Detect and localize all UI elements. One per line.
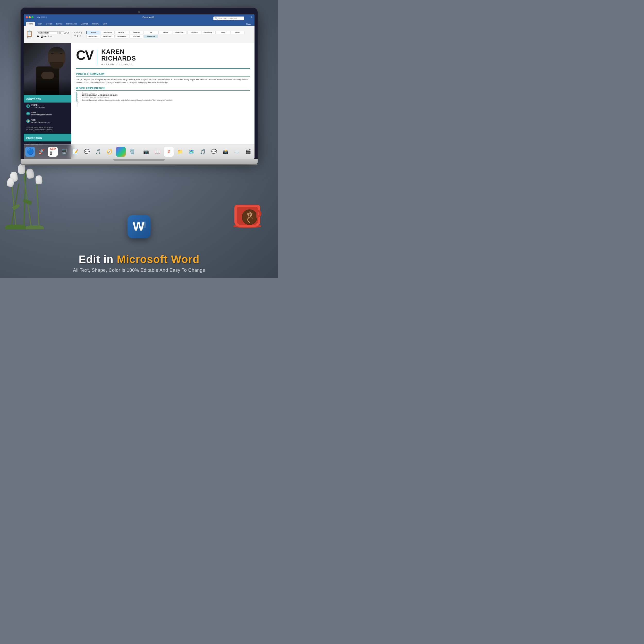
numbering-button[interactable]: ⒈ — [77, 35, 79, 38]
tab-review[interactable]: Review — [90, 22, 101, 26]
web-icon: 🏠 — [26, 119, 30, 123]
contacts-header: CONTACTS — [24, 95, 71, 103]
cv-address: 1234 Full Street Name, WashingtonDc -645… — [24, 125, 71, 134]
style-subtle-emph[interactable]: Subtle Emph... — [173, 31, 187, 34]
company-name: Company Name — [82, 92, 250, 94]
dock-photos[interactable]: 📸 — [221, 147, 230, 157]
tab-insert[interactable]: Insert — [35, 22, 44, 26]
ribbon-tabs: Home Insert Design Layout References Mai… — [24, 20, 255, 26]
style-heading1[interactable]: Heading 1 — [115, 31, 129, 34]
job-address: street and state address with country. — [82, 96, 250, 98]
line-spacing-button[interactable]: ↕ — [81, 32, 82, 34]
bottom-section: Edit in Microsoft Word All Text, Shape, … — [0, 253, 278, 273]
tab-view[interactable]: View — [101, 22, 109, 26]
dock-maps[interactable]: 🗺️ — [187, 147, 196, 157]
dock-launchpad[interactable]: 🚀 — [37, 147, 46, 157]
style-quote[interactable]: Quote — [231, 31, 244, 34]
dock-icloud[interactable]: ☁️ — [232, 147, 242, 157]
cv-left-column: CONTACTS 📱 PHONE : +123 4567 8953 ✉ EMAI… — [24, 43, 71, 159]
email-icon: ✉ — [26, 112, 30, 115]
mac-dock: 🔵 🚀 SEP9 🖥️ 📝 💬 🎵 🧭 🗑️ 📷 📖 2 — [24, 144, 255, 159]
dock-finder[interactable]: 🔵 — [25, 147, 35, 157]
justify-button[interactable]: ≡ — [79, 32, 80, 34]
work-item: January 2019 - Current Company Name ART … — [76, 92, 250, 101]
minimize-button[interactable] — [29, 16, 31, 18]
phone-text: PHONE : +123 4567 8953 — [31, 104, 45, 109]
tab-mailings[interactable]: Mailings — [79, 22, 90, 26]
shrink-font-button[interactable]: A- — [67, 32, 70, 34]
style-strong[interactable]: Strong — [216, 31, 230, 34]
dock-messages2[interactable]: 💬 — [209, 147, 219, 157]
svg-rect-3 — [141, 222, 146, 228]
laptop-screen-outer: ◀ ▶ ⊟ ⊞ ✕ Document1 🔍 Search in Document… — [21, 8, 258, 159]
tab-home[interactable]: Home — [26, 22, 35, 26]
cv-header: CV KARENRICHARDS GRAPHIC DESIGNER — [76, 48, 250, 69]
style-title[interactable]: Title — [144, 31, 158, 34]
dock-notes[interactable]: 📝 — [71, 147, 80, 157]
style-heading2[interactable]: Heading 2 — [130, 31, 143, 34]
dock-video[interactable]: 🎬 — [243, 147, 253, 157]
share-button[interactable]: Share — [244, 22, 252, 26]
paste-icon: 📋 — [26, 30, 33, 37]
dock-monitor[interactable]: 🖥️ — [59, 147, 69, 157]
word-icon[interactable]: W — [128, 215, 151, 238]
job-description: Successfully manage and coordinate graph… — [82, 99, 250, 101]
search-bar[interactable]: 🔍 Search in Document — [213, 16, 244, 20]
email-text: EMAIL : yourlmailid@domain.com — [31, 111, 52, 116]
dock-calendar2[interactable]: 2 — [164, 147, 174, 157]
style-intense-ref[interactable]: Intense Refer... — [115, 35, 129, 38]
bullets-button[interactable]: ≔ — [74, 35, 76, 38]
style-subtle-ref[interactable]: Subtle Refer... — [101, 35, 115, 38]
subscript-button[interactable]: X₂ — [47, 35, 49, 37]
style-book-title[interactable]: Book Title — [130, 35, 143, 38]
dock-photo[interactable]: 📷 — [141, 147, 151, 157]
dock-files[interactable]: 📁 — [175, 147, 185, 157]
cv-job-title-header: GRAPHIC DESIGNER — [101, 63, 136, 66]
style-intense-emph[interactable]: Intense Emp... — [202, 31, 216, 34]
style-emphasis[interactable]: Emphasis — [187, 31, 201, 34]
dock-trash[interactable]: 🗑️ — [127, 147, 137, 157]
education-header: EDUCATION — [24, 134, 71, 141]
align-right-button[interactable]: ≡ — [77, 32, 79, 34]
underline-button[interactable]: U — [41, 35, 43, 38]
dock-safari[interactable]: 🧭 — [105, 147, 114, 157]
cv-name-block: KARENRICHARDS GRAPHIC DESIGNER — [101, 48, 136, 66]
styles-group: Normal No Spacing Heading 1 Heading 2 Ti… — [86, 31, 252, 38]
indent-button[interactable]: ⇥ — [79, 35, 81, 38]
laptop-screen: ◀ ▶ ⊟ ⊞ ✕ Document1 🔍 Search in Document… — [24, 14, 255, 159]
dock-messages[interactable]: 💬 — [82, 147, 92, 157]
strikethrough-button[interactable]: abc — [44, 35, 47, 38]
style-normal[interactable]: Normal — [86, 31, 100, 34]
laptop-base — [21, 159, 258, 164]
font-selector[interactable]: Calibri (Body) — [37, 31, 58, 34]
bold-button[interactable]: B — [37, 35, 39, 38]
tab-design[interactable]: Design — [44, 22, 54, 26]
dock-music2[interactable]: 🎵 — [198, 147, 208, 157]
align-left-button[interactable]: ≡ — [74, 32, 75, 34]
styles-pane-button[interactable]: Styles Pane — [144, 35, 158, 38]
tab-layout[interactable]: Layout — [54, 22, 64, 26]
dock-colorful[interactable] — [116, 147, 126, 157]
dock-calendar[interactable]: SEP9 — [48, 147, 58, 157]
style-no-spacing[interactable]: No Spacing — [101, 31, 115, 34]
italic-button[interactable]: I — [40, 35, 40, 38]
subtitle-text: All Text, Shape, Color is 100% Editable … — [0, 268, 278, 273]
close-button[interactable] — [26, 16, 28, 18]
style-subtitle[interactable]: Subtitle — [158, 31, 172, 34]
ribbon-content: 📋 Paste Calibri (Body) 11 A+ A- B — [24, 26, 255, 43]
dock-music[interactable]: 🎵 — [93, 147, 103, 157]
cv-initial: CV — [76, 48, 93, 62]
dock-book[interactable]: 📖 — [152, 147, 162, 157]
align-center-button[interactable]: ≡ — [76, 32, 77, 34]
grow-font-button[interactable]: A+ — [64, 32, 67, 34]
font-size-selector[interactable]: 11 — [58, 31, 64, 34]
job-title-text: ART DIRECTOR – GRAPHIC DESIGN — [82, 94, 250, 96]
style-intense-quote[interactable]: Intense Quot... — [86, 35, 100, 38]
profile-summary-text: Graphic Designer from Springdale, AR wit… — [76, 78, 250, 84]
laptop-hinge — [113, 159, 165, 161]
maximize-button[interactable] — [31, 16, 33, 18]
cv-name: KARENRICHARDS — [101, 48, 136, 62]
tab-references[interactable]: References — [64, 22, 79, 26]
document-area: CONTACTS 📱 PHONE : +123 4567 8953 ✉ EMAI… — [24, 43, 255, 159]
superscript-button[interactable]: X² — [50, 36, 52, 37]
